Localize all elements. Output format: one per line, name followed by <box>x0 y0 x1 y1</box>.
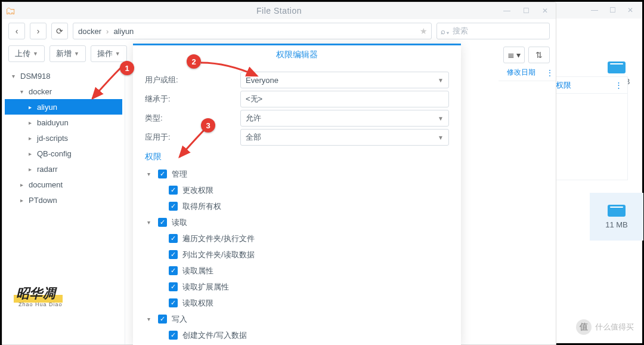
tree-root[interactable]: ▾DSM918 <box>5 68 122 84</box>
permission-section-title: 权限 <box>145 152 449 162</box>
search-placeholder: 搜索 <box>453 26 468 36</box>
bg-close-button[interactable]: ✕ <box>621 4 639 16</box>
chevron-down-icon: ▼ <box>438 134 444 141</box>
close-button[interactable]: ✕ <box>536 5 554 17</box>
maximize-button[interactable]: ☐ <box>517 5 535 17</box>
path-segment[interactable]: aliyun <box>113 27 134 36</box>
label-inherit: 继承于: <box>145 94 240 104</box>
search-input[interactable]: ⌕▾ 搜索 <box>436 23 550 39</box>
minimize-button[interactable]: — <box>498 5 516 17</box>
perm-group-write[interactable]: ▾✓写入 <box>147 311 449 327</box>
bg-maximize-button[interactable]: ☐ <box>603 4 621 16</box>
action-button[interactable]: 操作▼ <box>91 45 127 62</box>
column-modified-date[interactable]: 修改日期 <box>499 67 544 78</box>
tree-folder-qb-config[interactable]: ▸QB-config <box>5 146 122 161</box>
checkbox-icon: ✓ <box>158 170 167 178</box>
watermark-circle-icon: 值 <box>576 319 592 335</box>
breadcrumb[interactable]: docker › aliyun ★ <box>73 23 432 39</box>
tree-folder-aliyun[interactable]: ▸aliyun <box>5 99 122 115</box>
label-user: 用户或组: <box>145 75 240 85</box>
perm-item[interactable]: ✓取得所有权 <box>147 198 449 214</box>
tree-folder-docker[interactable]: ▾docker <box>5 84 122 99</box>
perm-item[interactable]: ✓更改权限 <box>147 182 449 198</box>
window-title: File Station <box>256 6 302 16</box>
annotation-badge-2: 2 <box>187 54 201 69</box>
folder-icon: 🗂 <box>5 5 21 18</box>
view-list-button[interactable]: ≣ ▾ <box>503 47 525 63</box>
perm-item[interactable]: ✓列出文件夹/读取数据 <box>147 247 449 263</box>
type-select[interactable]: 允许▼ <box>240 110 449 127</box>
tree-folder-document[interactable]: ▸document <box>5 177 122 192</box>
view-sort-button[interactable]: ⇅ <box>528 47 550 63</box>
upload-button[interactable]: 上传▼ <box>8 45 45 62</box>
inherit-field[interactable]: <无> <box>240 91 449 107</box>
forward-button[interactable]: › <box>30 23 47 39</box>
col-menu-icon[interactable]: ⋮ <box>615 81 623 90</box>
chevron-down-icon: ▼ <box>438 115 444 122</box>
perm-item[interactable]: ✓读取属性 <box>147 263 449 279</box>
dialog-title: 权限编辑器 <box>133 45 461 64</box>
tree-folder-jd-scripts[interactable]: ▸jd-scripts <box>5 130 122 146</box>
watermark-right: 值 什么值得买 <box>576 319 634 335</box>
refresh-button[interactable]: ⟳ <box>51 23 68 39</box>
column-menu-icon[interactable]: ⋮ <box>544 69 556 77</box>
user-select[interactable]: Everyone▼ <box>240 72 449 88</box>
chevron-right-icon: › <box>106 27 109 36</box>
background-window-controls: — ☐ ✕ <box>553 2 642 19</box>
create-button[interactable]: 新增▼ <box>49 45 86 62</box>
tree-folder-baiduyun[interactable]: ▸baiduyun <box>5 115 122 130</box>
permission-editor-dialog: 权限编辑器 用户或组: Everyone▼ 继承于: <无> 类型: 允许▼ 应… <box>133 44 461 345</box>
star-icon[interactable]: ★ <box>420 26 428 36</box>
back-button[interactable]: ‹ <box>8 23 25 39</box>
perm-group-read[interactable]: ▾✓读取 <box>147 214 449 230</box>
perm-group-manage[interactable]: ▾✓管理 <box>147 166 449 182</box>
perm-item[interactable]: ✓读取扩展属性 <box>147 279 449 295</box>
tree-folder-ptdown[interactable]: ▸PTdown <box>5 192 122 208</box>
bg-minimize-button[interactable]: — <box>586 4 603 16</box>
path-segment[interactable]: docker <box>78 27 101 36</box>
col-permission-header[interactable]: 权限 <box>556 80 571 91</box>
label-apply: 应用于: <box>145 132 240 143</box>
perm-item[interactable]: ✓读取权限 <box>147 295 449 311</box>
perm-item[interactable]: ✓遍历文件夹/执行文件 <box>147 230 449 247</box>
disk-item[interactable]: 11 MB <box>590 193 643 241</box>
annotation-badge-1: 1 <box>120 61 134 75</box>
chevron-down-icon: ▼ <box>438 77 444 84</box>
annotation-badge-3: 3 <box>201 118 215 133</box>
permission-tree: ▾✓管理 ✓更改权限 ✓取得所有权 ▾✓读取 ✓遍历文件夹/执行文件 ✓列出文件… <box>145 166 449 343</box>
tree-folder-radarr[interactable]: ▸radarr <box>5 161 122 177</box>
perm-item[interactable]: ✓创建文件/写入数据 <box>147 327 449 343</box>
search-icon: ⌕▾ <box>441 27 450 36</box>
label-type: 类型: <box>145 113 240 124</box>
apply-select[interactable]: 全部▼ <box>240 129 449 146</box>
watermark-left: 昭华凋 Zhao Hua Diao <box>14 285 63 307</box>
